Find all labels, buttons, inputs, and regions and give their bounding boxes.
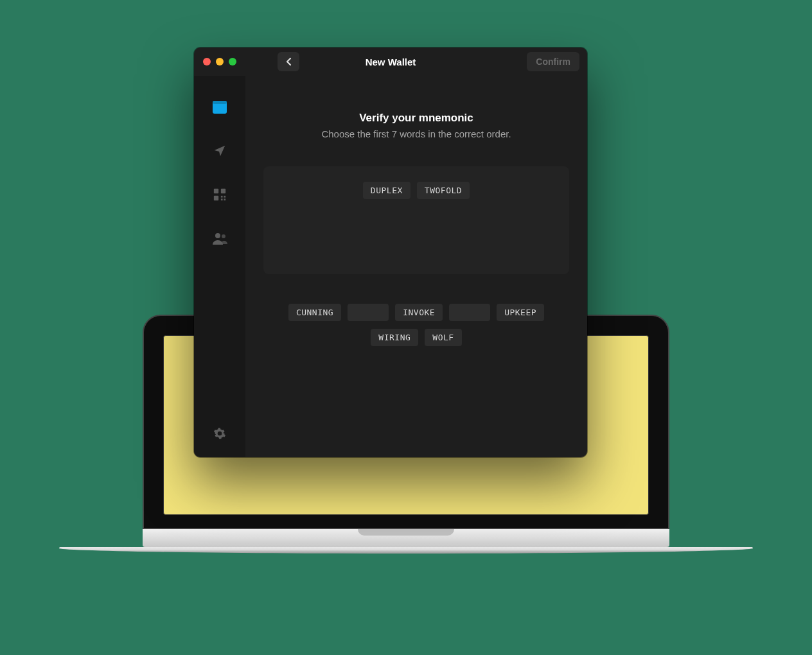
sidebar-item-send[interactable] xyxy=(211,143,228,159)
laptop-base-edge xyxy=(59,547,753,554)
close-icon[interactable] xyxy=(203,58,211,66)
sidebar-item-contacts[interactable] xyxy=(211,230,228,247)
pool-word-empty[interactable] xyxy=(449,304,490,321)
pool-word-chip[interactable]: INVOKE xyxy=(395,304,443,321)
selected-word-chip[interactable]: DUPLEX xyxy=(363,182,410,199)
svg-point-10 xyxy=(222,234,225,238)
svg-rect-7 xyxy=(221,198,223,200)
back-button[interactable] xyxy=(278,52,299,71)
sidebar xyxy=(194,76,245,457)
sidebar-item-receive[interactable] xyxy=(211,186,228,203)
laptop-notch xyxy=(358,529,454,536)
laptop-keyboard-deck xyxy=(143,529,669,547)
svg-rect-4 xyxy=(214,196,218,200)
qr-icon xyxy=(213,188,227,202)
svg-rect-8 xyxy=(224,198,225,200)
window-titlebar: New Wallet Confirm xyxy=(194,48,587,76)
svg-rect-6 xyxy=(224,196,225,198)
verify-subheading: Choose the first 7 words in the correct … xyxy=(263,128,569,139)
verify-heading: Verify your mnemonic xyxy=(263,112,569,125)
app-window: New Wallet Confirm xyxy=(194,48,587,457)
word-pool: CUNNING INVOKE UPKEEPWIRINGWOLF xyxy=(263,304,569,346)
svg-rect-2 xyxy=(214,189,218,193)
svg-rect-1 xyxy=(213,101,227,104)
contacts-icon xyxy=(212,231,227,245)
selected-words-area: DUPLEXTWOFOLD xyxy=(263,166,569,274)
fullscreen-icon[interactable] xyxy=(229,58,236,66)
pool-word-chip[interactable]: CUNNING xyxy=(288,304,341,321)
svg-rect-5 xyxy=(221,196,223,198)
pool-word-empty[interactable] xyxy=(348,304,389,321)
pool-word-chip[interactable]: WOLF xyxy=(425,329,461,346)
wallet-icon xyxy=(212,100,227,114)
minimize-icon[interactable] xyxy=(216,58,224,66)
selected-word-chip[interactable]: TWOFOLD xyxy=(417,182,470,199)
chevron-left-icon xyxy=(285,57,292,66)
sidebar-item-wallet[interactable] xyxy=(211,99,228,116)
window-traffic-lights xyxy=(203,58,236,66)
confirm-button[interactable]: Confirm xyxy=(527,52,579,71)
send-icon xyxy=(213,144,227,158)
gear-icon xyxy=(213,427,226,440)
main-content: Verify your mnemonic Choose the first 7 … xyxy=(245,76,587,457)
pool-word-chip[interactable]: UPKEEP xyxy=(497,304,544,321)
svg-point-9 xyxy=(215,233,220,238)
sidebar-item-settings[interactable] xyxy=(211,425,228,442)
svg-rect-3 xyxy=(221,189,225,193)
window-title: New Wallet xyxy=(366,57,416,67)
pool-word-chip[interactable]: WIRING xyxy=(371,329,418,346)
